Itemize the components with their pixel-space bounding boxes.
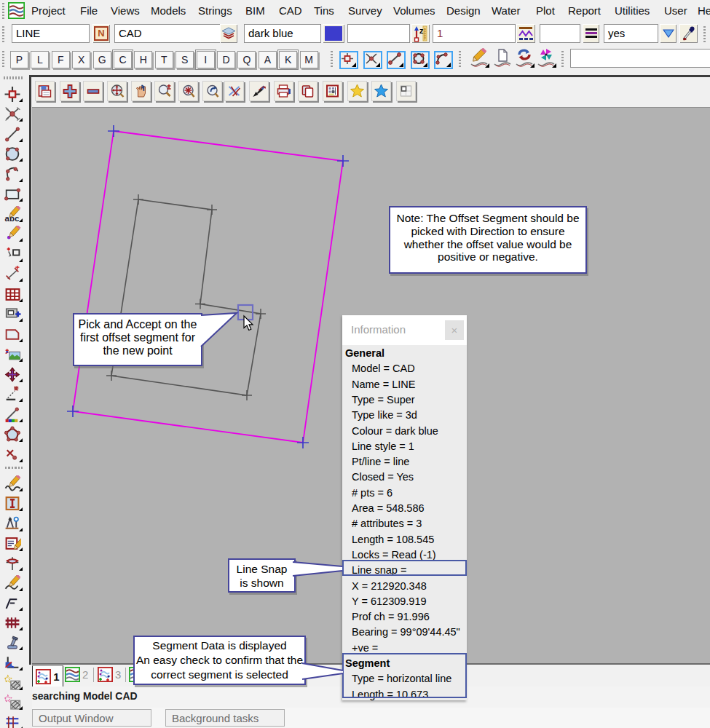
svg-text:z: z: [419, 26, 424, 35]
